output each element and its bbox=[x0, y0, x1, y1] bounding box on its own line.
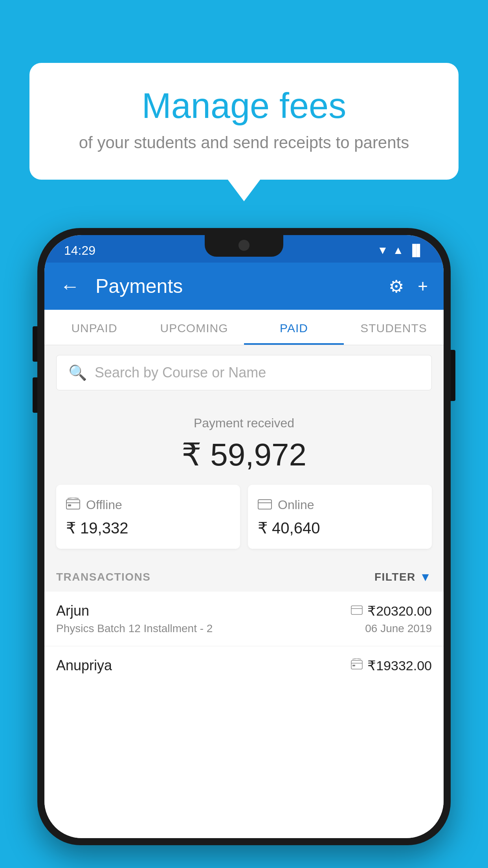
app-bar-title: Payments bbox=[95, 275, 377, 298]
search-icon: 🔍 bbox=[68, 364, 87, 381]
filter-button[interactable]: FILTER ▼ bbox=[374, 570, 432, 584]
svg-rect-2 bbox=[68, 504, 71, 506]
online-label: Online bbox=[278, 498, 314, 512]
transaction-amount-2: ₹19332.00 bbox=[367, 658, 432, 673]
app-bar: ← Payments ⚙ + bbox=[44, 263, 444, 310]
tab-students[interactable]: STUDENTS bbox=[344, 310, 444, 345]
transaction-amount-container: ₹20320.00 bbox=[351, 603, 432, 619]
payment-summary: Payment received ₹ 59,972 bbox=[44, 400, 444, 561]
transaction-row[interactable]: Arjun ₹20320.00 Physics bbox=[44, 592, 444, 646]
online-payment-card: Online ₹ 40,640 bbox=[248, 485, 432, 549]
speech-bubble: Manage fees of your students and send re… bbox=[29, 63, 459, 180]
back-button[interactable]: ← bbox=[60, 275, 80, 298]
transaction-name: Arjun bbox=[56, 603, 89, 619]
app-bar-actions: ⚙ + bbox=[389, 276, 428, 296]
status-icons: ▼ ▲ ▐▌ bbox=[377, 244, 424, 257]
transaction-name-2: Anupriya bbox=[56, 657, 112, 674]
phone-frame: 14:29 ▼ ▲ ▐▌ ← Payments ⚙ + UNPAID bbox=[37, 228, 451, 845]
battery-icon: ▐▌ bbox=[408, 244, 424, 257]
phone-camera bbox=[238, 240, 250, 251]
transactions-header: TRANSACTIONS FILTER ▼ bbox=[44, 561, 444, 592]
online-card-header: Online bbox=[258, 497, 422, 513]
signal-icon: ▲ bbox=[393, 244, 404, 257]
phone-wrapper: 14:29 ▼ ▲ ▐▌ ← Payments ⚙ + UNPAID bbox=[37, 228, 451, 868]
transaction-icon-2 bbox=[351, 658, 363, 673]
bubble-title: Manage fees bbox=[61, 86, 427, 125]
offline-payment-card: Offline ₹ 19,332 bbox=[56, 485, 240, 549]
offline-label: Offline bbox=[86, 498, 122, 512]
transaction-amount: ₹20320.00 bbox=[367, 603, 432, 619]
payment-cards: Offline ₹ 19,332 bbox=[56, 485, 432, 549]
offline-amount: ₹ 19,332 bbox=[66, 519, 230, 537]
tab-paid[interactable]: PAID bbox=[244, 310, 344, 345]
search-placeholder: Search by Course or Name bbox=[95, 364, 266, 381]
bubble-subtitle: of your students and send receipts to pa… bbox=[61, 133, 427, 152]
add-icon[interactable]: + bbox=[418, 276, 428, 296]
svg-rect-9 bbox=[352, 665, 355, 666]
offline-card-header: Offline bbox=[66, 497, 230, 513]
phone-btn-left2 bbox=[33, 377, 37, 413]
transactions-list: Arjun ₹20320.00 Physics bbox=[44, 592, 444, 838]
phone-notch bbox=[205, 235, 283, 257]
phone-btn-right bbox=[451, 350, 455, 401]
speech-bubble-container: Manage fees of your students and send re… bbox=[29, 63, 459, 180]
online-amount: ₹ 40,640 bbox=[258, 519, 422, 537]
payment-total-amount: ₹ 59,972 bbox=[56, 436, 432, 473]
svg-rect-5 bbox=[351, 606, 362, 614]
phone-screen: 14:29 ▼ ▲ ▐▌ ← Payments ⚙ + UNPAID bbox=[44, 235, 444, 838]
online-card-icon bbox=[258, 497, 272, 513]
search-container: 🔍 Search by Course or Name bbox=[44, 345, 444, 400]
tab-unpaid[interactable]: UNPAID bbox=[44, 310, 144, 345]
transactions-label: TRANSACTIONS bbox=[56, 571, 150, 583]
status-time: 14:29 bbox=[64, 243, 95, 258]
settings-icon[interactable]: ⚙ bbox=[389, 276, 404, 296]
search-box[interactable]: 🔍 Search by Course or Name bbox=[56, 355, 432, 390]
tab-upcoming[interactable]: UPCOMING bbox=[144, 310, 244, 345]
transaction-date: 06 June 2019 bbox=[365, 622, 432, 635]
tabs-bar: UNPAID UPCOMING PAID STUDENTS bbox=[44, 310, 444, 345]
transaction-course: Physics Batch 12 Installment - 2 bbox=[56, 622, 213, 635]
transaction-icon bbox=[351, 604, 363, 618]
filter-label: FILTER bbox=[374, 571, 416, 583]
payment-received-label: Payment received bbox=[56, 416, 432, 430]
phone-btn-left bbox=[33, 326, 37, 362]
svg-rect-3 bbox=[258, 500, 272, 509]
transaction-row-partial[interactable]: Anupriya ₹19332.00 bbox=[44, 646, 444, 685]
filter-icon: ▼ bbox=[420, 570, 432, 584]
wifi-icon: ▼ bbox=[377, 244, 388, 257]
transaction-amount-container-2: ₹19332.00 bbox=[351, 658, 432, 673]
offline-card-icon bbox=[66, 497, 80, 513]
